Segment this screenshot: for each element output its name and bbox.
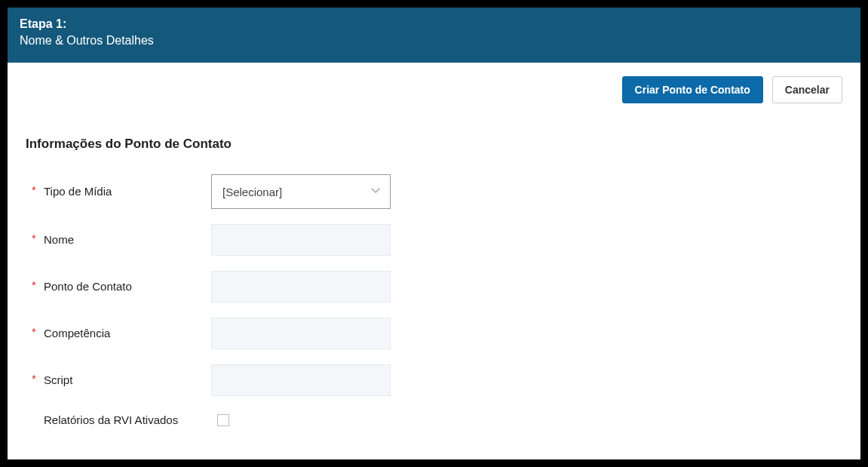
required-star: *	[32, 326, 39, 337]
form-row-competency: * Competência	[26, 318, 842, 349]
media-type-select[interactable]: [Selecionar]	[211, 174, 391, 209]
form-content: Informações do Ponto de Contato * Tipo d…	[8, 103, 860, 459]
required-star: *	[32, 184, 39, 195]
create-contact-point-button[interactable]: Criar Ponto de Contato	[622, 76, 763, 103]
step-label: Etapa 1:	[20, 17, 848, 32]
media-type-select-value: [Selecionar]	[222, 186, 282, 198]
point-of-contact-input[interactable]	[211, 271, 391, 303]
rvi-reports-checkbox[interactable]	[217, 414, 229, 426]
cancel-button[interactable]: Cancelar	[772, 76, 842, 103]
point-of-contact-label: Ponto de Contato	[44, 279, 132, 294]
competency-input[interactable]	[211, 318, 391, 349]
action-bar: Criar Ponto de Contato Cancelar	[8, 63, 860, 103]
required-star: *	[32, 232, 39, 244]
required-star: *	[32, 279, 39, 290]
wizard-header: Etapa 1: Nome & Outros Detalhes	[8, 8, 860, 63]
step-subtitle: Nome & Outros Detalhes	[20, 32, 848, 49]
competency-label: Competência	[44, 326, 110, 341]
name-input[interactable]	[211, 224, 391, 256]
script-input[interactable]	[211, 364, 391, 396]
name-label: Nome	[44, 232, 74, 247]
form-row-point-of-contact: * Ponto de Contato	[26, 271, 842, 303]
media-type-label: Tipo de Mídia	[44, 184, 112, 199]
required-star: *	[32, 373, 39, 384]
rvi-reports-label: Relatórios da RVI Ativados	[44, 413, 178, 428]
section-title: Informações do Ponto de Contato	[26, 137, 842, 152]
form-row-media-type: * Tipo de Mídia [Selecionar]	[26, 174, 842, 209]
form-row-rvi-reports: * Relatórios da RVI Ativados	[26, 411, 842, 429]
form-row-script: * Script	[26, 364, 842, 396]
script-label: Script	[44, 373, 72, 388]
form-row-name: * Nome	[26, 224, 842, 256]
